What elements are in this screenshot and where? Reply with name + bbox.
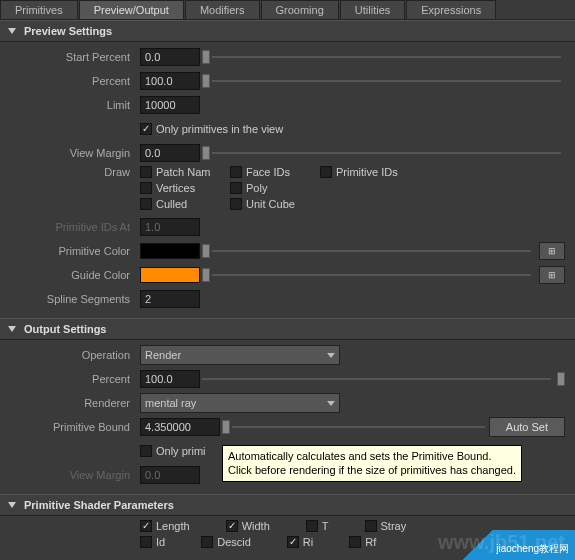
limit-input[interactable] (140, 96, 200, 114)
collapse-icon (8, 28, 16, 34)
draw-poly-checkbox[interactable] (230, 182, 242, 194)
spline-segments-label: Spline Segments (10, 293, 140, 305)
ri-label: Ri (303, 536, 313, 548)
slider-handle[interactable] (557, 372, 565, 386)
rf-checkbox[interactable] (349, 536, 361, 548)
prim-bound-input[interactable] (140, 418, 220, 436)
output-percent-input[interactable] (140, 370, 200, 388)
slider-track[interactable] (232, 426, 485, 428)
prim-color-swatch[interactable] (140, 243, 200, 259)
section-preview-header[interactable]: Preview Settings (0, 20, 575, 42)
slider-track[interactable] (212, 250, 531, 252)
renderer-dropdown[interactable]: mental ray (140, 393, 340, 413)
collapse-icon (8, 326, 16, 332)
draw-patch-label: Patch Nam (156, 166, 210, 178)
percent-input[interactable] (140, 72, 200, 90)
view-margin-label: View Margin (10, 147, 140, 159)
slider-track[interactable] (212, 274, 531, 276)
prim-bound-label: Primitive Bound (10, 421, 140, 433)
preview-panel: Start Percent Percent Limit Only primiti… (0, 42, 575, 318)
slider-track[interactable] (212, 56, 561, 58)
tab-utilities[interactable]: Utilities (340, 0, 405, 19)
slider-track[interactable] (212, 80, 561, 82)
renderer-label: Renderer (10, 397, 140, 409)
auto-set-button[interactable]: Auto Set (489, 417, 565, 437)
tooltip-line2: Click before rendering if the size of pr… (228, 463, 516, 477)
limit-label: Limit (10, 99, 140, 111)
length-label: Length (156, 520, 190, 532)
length-checkbox[interactable] (140, 520, 152, 532)
output-view-margin-input[interactable] (140, 466, 200, 484)
draw-culled-label: Culled (156, 198, 187, 210)
draw-vertices-checkbox[interactable] (140, 182, 152, 194)
draw-unitcube-checkbox[interactable] (230, 198, 242, 210)
auto-set-tooltip: Automatically calculates and sets the Pr… (222, 445, 522, 482)
tab-preview-output[interactable]: Preview/Output (79, 0, 184, 19)
tooltip-line1: Automatically calculates and sets the Pr… (228, 449, 516, 463)
draw-culled-checkbox[interactable] (140, 198, 152, 210)
operation-dropdown[interactable]: Render (140, 345, 340, 365)
only-in-view-label: Only primitives in the view (156, 123, 283, 135)
slider-handle[interactable] (202, 244, 210, 258)
watermark-badge: jiaocheng教程网 (445, 530, 575, 560)
view-margin-input[interactable] (140, 144, 200, 162)
chevron-down-icon (327, 353, 335, 358)
color-expand-button[interactable]: ⊞ (539, 266, 565, 284)
operation-value: Render (145, 349, 181, 361)
only-in-view-checkbox[interactable] (140, 123, 152, 135)
rf-label: Rf (365, 536, 376, 548)
spline-segments-input[interactable] (140, 290, 200, 308)
section-shader-header[interactable]: Primitive Shader Parameters (0, 494, 575, 516)
draw-patch-checkbox[interactable] (140, 166, 152, 178)
prim-color-label: Primitive Color (10, 245, 140, 257)
stray-label: Stray (381, 520, 407, 532)
chevron-down-icon (327, 401, 335, 406)
guide-color-label: Guide Color (10, 269, 140, 281)
ri-checkbox[interactable] (287, 536, 299, 548)
draw-poly-label: Poly (246, 182, 267, 194)
section-output-header[interactable]: Output Settings (0, 318, 575, 340)
width-checkbox[interactable] (226, 520, 238, 532)
section-title: Primitive Shader Parameters (24, 499, 174, 511)
draw-faceids-checkbox[interactable] (230, 166, 242, 178)
draw-faceids-label: Face IDs (246, 166, 290, 178)
tab-primitives[interactable]: Primitives (0, 0, 78, 19)
draw-label: Draw (10, 166, 140, 178)
slider-handle[interactable] (202, 146, 210, 160)
slider-track[interactable] (202, 378, 551, 380)
id-checkbox[interactable] (140, 536, 152, 548)
slider-handle[interactable] (202, 50, 210, 64)
output-view-margin-label: View Margin (10, 469, 140, 481)
stray-checkbox[interactable] (365, 520, 377, 532)
draw-primids-checkbox[interactable] (320, 166, 332, 178)
prim-ids-at-input[interactable] (140, 218, 200, 236)
slider-handle[interactable] (202, 74, 210, 88)
guide-color-swatch[interactable] (140, 267, 200, 283)
width-label: Width (242, 520, 270, 532)
output-only-in-view-label: Only primi (156, 445, 206, 457)
draw-primids-label: Primitive IDs (336, 166, 398, 178)
t-checkbox[interactable] (306, 520, 318, 532)
id-label: Id (156, 536, 165, 548)
start-percent-label: Start Percent (10, 51, 140, 63)
output-percent-label: Percent (10, 373, 140, 385)
output-only-in-view-checkbox[interactable] (140, 445, 152, 457)
slider-handle[interactable] (222, 420, 230, 434)
slider-handle[interactable] (202, 268, 210, 282)
tab-bar: Primitives Preview/Output Modifiers Groo… (0, 0, 575, 20)
start-percent-input[interactable] (140, 48, 200, 66)
collapse-icon (8, 502, 16, 508)
draw-vertices-label: Vertices (156, 182, 195, 194)
descid-label: Descid (217, 536, 251, 548)
draw-unitcube-label: Unit Cube (246, 198, 295, 210)
color-expand-button[interactable]: ⊞ (539, 242, 565, 260)
section-title: Output Settings (24, 323, 107, 335)
prim-ids-at-label: Primitive IDs At (10, 221, 140, 233)
section-title: Preview Settings (24, 25, 112, 37)
tab-expressions[interactable]: Expressions (406, 0, 496, 19)
descid-checkbox[interactable] (201, 536, 213, 548)
operation-label: Operation (10, 349, 140, 361)
tab-grooming[interactable]: Grooming (261, 0, 339, 19)
slider-track[interactable] (212, 152, 561, 154)
tab-modifiers[interactable]: Modifiers (185, 0, 260, 19)
